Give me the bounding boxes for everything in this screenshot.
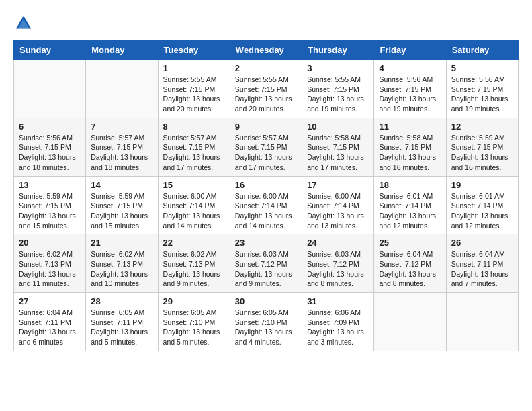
calendar-cell: 21Sunrise: 6:02 AM Sunset: 7:13 PM Dayli… (86, 234, 158, 293)
calendar-cell: 5Sunrise: 5:56 AM Sunset: 7:15 PM Daylig… (446, 60, 518, 118)
day-number: 14 (91, 180, 152, 190)
cell-detail: Sunrise: 6:01 AM Sunset: 7:14 PM Dayligh… (451, 191, 513, 231)
calendar-cell: 3Sunrise: 5:55 AM Sunset: 7:15 PM Daylig… (302, 60, 374, 118)
day-number: 30 (235, 296, 297, 306)
day-number: 13 (19, 180, 81, 190)
day-number: 18 (379, 180, 441, 190)
cell-detail: Sunrise: 5:55 AM Sunset: 7:15 PM Dayligh… (235, 75, 297, 114)
day-number: 7 (91, 122, 152, 132)
cell-detail: Sunrise: 6:03 AM Sunset: 7:12 PM Dayligh… (235, 249, 297, 289)
week-row-4: 20Sunrise: 6:02 AM Sunset: 7:13 PM Dayli… (14, 234, 519, 293)
day-number: 24 (307, 238, 369, 248)
calendar-cell: 15Sunrise: 6:00 AM Sunset: 7:14 PM Dayli… (158, 176, 230, 234)
cell-detail: Sunrise: 5:59 AM Sunset: 7:15 PM Dayligh… (19, 191, 81, 231)
day-number: 1 (163, 63, 225, 73)
page-header (13, 13, 519, 34)
cell-detail: Sunrise: 5:58 AM Sunset: 7:15 PM Dayligh… (379, 133, 441, 173)
calendar-cell: 12Sunrise: 5:59 AM Sunset: 7:15 PM Dayli… (446, 118, 518, 176)
header-sunday: Sunday (14, 41, 86, 60)
week-row-2: 6Sunrise: 5:56 AM Sunset: 7:15 PM Daylig… (14, 118, 519, 176)
cell-detail: Sunrise: 6:01 AM Sunset: 7:14 PM Dayligh… (379, 191, 441, 231)
day-number: 19 (451, 180, 513, 190)
cell-detail: Sunrise: 5:57 AM Sunset: 7:15 PM Dayligh… (235, 133, 297, 173)
cell-detail: Sunrise: 6:00 AM Sunset: 7:14 PM Dayligh… (235, 191, 297, 231)
cell-detail: Sunrise: 5:56 AM Sunset: 7:15 PM Dayligh… (451, 75, 513, 114)
day-number: 11 (379, 122, 441, 132)
calendar-cell: 13Sunrise: 5:59 AM Sunset: 7:15 PM Dayli… (14, 176, 86, 234)
day-number: 16 (235, 180, 297, 190)
calendar-cell: 25Sunrise: 6:04 AM Sunset: 7:12 PM Dayli… (374, 234, 446, 293)
calendar-cell: 14Sunrise: 5:59 AM Sunset: 7:15 PM Dayli… (86, 176, 158, 234)
cell-detail: Sunrise: 5:55 AM Sunset: 7:15 PM Dayligh… (307, 75, 369, 114)
cell-detail: Sunrise: 6:02 AM Sunset: 7:13 PM Dayligh… (163, 249, 225, 289)
calendar-cell: 11Sunrise: 5:58 AM Sunset: 7:15 PM Dayli… (374, 118, 446, 176)
calendar-cell (446, 293, 518, 351)
day-number: 6 (19, 122, 81, 132)
calendar-cell: 27Sunrise: 6:04 AM Sunset: 7:11 PM Dayli… (14, 293, 86, 351)
day-number: 29 (163, 296, 225, 306)
calendar-header-row: SundayMondayTuesdayWednesdayThursdayFrid… (14, 41, 519, 60)
calendar-cell: 31Sunrise: 6:06 AM Sunset: 7:09 PM Dayli… (302, 293, 374, 351)
calendar-cell (14, 60, 86, 118)
cell-detail: Sunrise: 6:06 AM Sunset: 7:09 PM Dayligh… (307, 308, 369, 347)
day-number: 22 (163, 238, 225, 248)
cell-detail: Sunrise: 5:57 AM Sunset: 7:15 PM Dayligh… (91, 133, 152, 173)
header-wednesday: Wednesday (230, 41, 302, 60)
calendar-cell: 23Sunrise: 6:03 AM Sunset: 7:12 PM Dayli… (230, 234, 302, 293)
cell-detail: Sunrise: 6:05 AM Sunset: 7:10 PM Dayligh… (235, 308, 297, 347)
cell-detail: Sunrise: 5:57 AM Sunset: 7:15 PM Dayligh… (163, 133, 225, 173)
calendar-cell: 2Sunrise: 5:55 AM Sunset: 7:15 PM Daylig… (230, 60, 302, 118)
calendar-cell: 26Sunrise: 6:04 AM Sunset: 7:11 PM Dayli… (446, 234, 518, 293)
cell-detail: Sunrise: 6:02 AM Sunset: 7:13 PM Dayligh… (19, 249, 81, 289)
week-row-1: 1Sunrise: 5:55 AM Sunset: 7:15 PM Daylig… (14, 60, 519, 118)
calendar-cell: 9Sunrise: 5:57 AM Sunset: 7:15 PM Daylig… (230, 118, 302, 176)
calendar-cell: 24Sunrise: 6:03 AM Sunset: 7:12 PM Dayli… (302, 234, 374, 293)
week-row-5: 27Sunrise: 6:04 AM Sunset: 7:11 PM Dayli… (14, 293, 519, 351)
calendar-cell (374, 293, 446, 351)
cell-detail: Sunrise: 5:55 AM Sunset: 7:15 PM Dayligh… (163, 75, 225, 114)
cell-detail: Sunrise: 6:00 AM Sunset: 7:14 PM Dayligh… (163, 191, 225, 231)
cell-detail: Sunrise: 5:59 AM Sunset: 7:15 PM Dayligh… (451, 133, 513, 173)
day-number: 28 (91, 296, 152, 306)
calendar-cell: 30Sunrise: 6:05 AM Sunset: 7:10 PM Dayli… (230, 293, 302, 351)
header-tuesday: Tuesday (158, 41, 230, 60)
day-number: 4 (379, 63, 441, 73)
cell-detail: Sunrise: 5:56 AM Sunset: 7:15 PM Dayligh… (379, 75, 441, 114)
calendar-cell: 29Sunrise: 6:05 AM Sunset: 7:10 PM Dayli… (158, 293, 230, 351)
cell-detail: Sunrise: 5:58 AM Sunset: 7:15 PM Dayligh… (307, 133, 369, 173)
calendar-cell: 19Sunrise: 6:01 AM Sunset: 7:14 PM Dayli… (446, 176, 518, 234)
day-number: 10 (307, 122, 369, 132)
calendar-cell: 22Sunrise: 6:02 AM Sunset: 7:13 PM Dayli… (158, 234, 230, 293)
cell-detail: Sunrise: 6:00 AM Sunset: 7:14 PM Dayligh… (307, 191, 369, 231)
cell-detail: Sunrise: 6:05 AM Sunset: 7:10 PM Dayligh… (163, 308, 225, 347)
day-number: 8 (163, 122, 225, 132)
day-number: 3 (307, 63, 369, 73)
cell-detail: Sunrise: 6:03 AM Sunset: 7:12 PM Dayligh… (307, 249, 369, 289)
cell-detail: Sunrise: 6:04 AM Sunset: 7:11 PM Dayligh… (451, 249, 513, 289)
day-number: 27 (19, 296, 81, 306)
day-number: 5 (451, 63, 513, 73)
day-number: 17 (307, 180, 369, 190)
day-number: 26 (451, 238, 513, 248)
header-thursday: Thursday (302, 41, 374, 60)
header-saturday: Saturday (446, 41, 518, 60)
calendar: SundayMondayTuesdayWednesdayThursdayFrid… (13, 40, 519, 351)
cell-detail: Sunrise: 6:04 AM Sunset: 7:12 PM Dayligh… (379, 249, 441, 289)
day-number: 20 (19, 238, 81, 248)
calendar-cell: 28Sunrise: 6:05 AM Sunset: 7:11 PM Dayli… (86, 293, 158, 351)
cell-detail: Sunrise: 5:56 AM Sunset: 7:15 PM Dayligh… (19, 133, 81, 173)
day-number: 9 (235, 122, 297, 132)
week-row-3: 13Sunrise: 5:59 AM Sunset: 7:15 PM Dayli… (14, 176, 519, 234)
logo-icon (13, 13, 34, 34)
calendar-cell: 17Sunrise: 6:00 AM Sunset: 7:14 PM Dayli… (302, 176, 374, 234)
logo (13, 13, 36, 34)
cell-detail: Sunrise: 5:59 AM Sunset: 7:15 PM Dayligh… (91, 191, 152, 231)
header-monday: Monday (86, 41, 158, 60)
day-number: 15 (163, 180, 225, 190)
calendar-cell: 6Sunrise: 5:56 AM Sunset: 7:15 PM Daylig… (14, 118, 86, 176)
cell-detail: Sunrise: 6:05 AM Sunset: 7:11 PM Dayligh… (91, 308, 152, 347)
calendar-cell (86, 60, 158, 118)
calendar-cell: 4Sunrise: 5:56 AM Sunset: 7:15 PM Daylig… (374, 60, 446, 118)
day-number: 2 (235, 63, 297, 73)
calendar-cell: 1Sunrise: 5:55 AM Sunset: 7:15 PM Daylig… (158, 60, 230, 118)
